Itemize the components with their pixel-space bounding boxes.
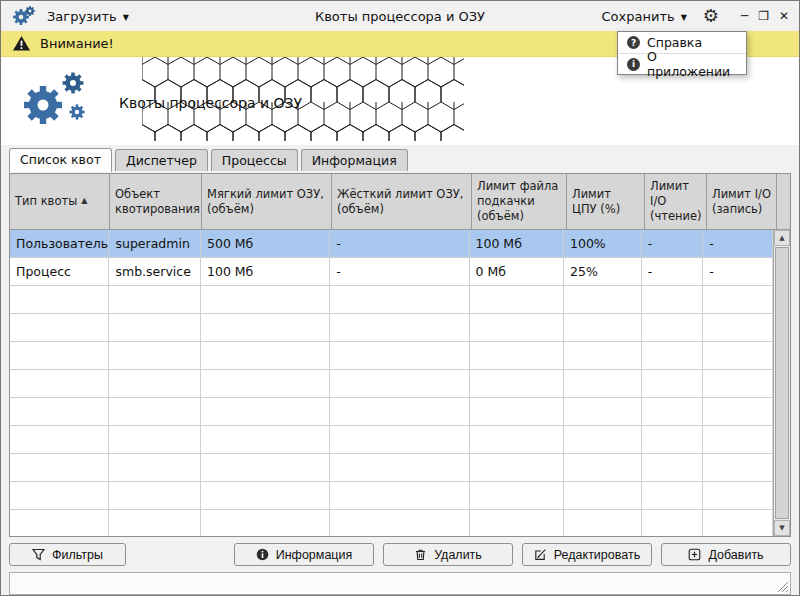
table-cell	[201, 426, 330, 454]
resize-grip[interactable]	[776, 580, 789, 593]
table-cell	[330, 426, 469, 454]
table-cell: 100 Мб	[201, 258, 330, 286]
table-cell	[642, 398, 704, 426]
table-cell	[703, 482, 773, 510]
table-cell	[330, 398, 469, 426]
table-cell	[10, 398, 109, 426]
table-cell	[470, 398, 565, 426]
load-button[interactable]: Загрузить ▼	[47, 9, 129, 24]
table-cell: smb.service	[109, 258, 201, 286]
table-cell	[564, 370, 642, 398]
table-cell	[470, 342, 565, 370]
vertical-scrollbar[interactable]: ▲ ▼	[773, 230, 790, 536]
window-controls: ─ ❐ ✕	[741, 9, 789, 23]
table-cell	[564, 482, 642, 510]
table-cell	[109, 370, 201, 398]
table-cell	[642, 286, 704, 314]
table-cell	[201, 454, 330, 482]
save-button-label: Сохранить	[602, 9, 675, 24]
column-header[interactable]: Жёсткий лимит ОЗУ, (объём)	[332, 174, 472, 230]
close-button[interactable]: ✕	[779, 9, 789, 23]
column-header[interactable]: Объект квотирования	[110, 174, 202, 230]
table-cell	[10, 426, 109, 454]
table-cell	[10, 286, 109, 314]
scroll-down-button[interactable]: ▼	[774, 520, 790, 536]
column-header[interactable]: Мягкий лимит ОЗУ, (объём)	[202, 174, 332, 230]
edit-button[interactable]: Редактировать	[522, 543, 652, 566]
filter-funnel-icon	[32, 548, 45, 561]
table-cell	[470, 426, 565, 454]
table-cell	[10, 510, 109, 536]
table-cell	[703, 426, 773, 454]
table-cell: -	[642, 258, 704, 286]
sort-asc-icon: ▲	[81, 196, 87, 206]
save-button[interactable]: Сохранить ▼	[602, 9, 687, 24]
tab-quota-list[interactable]: Список квот	[9, 148, 112, 172]
tab-strip: Список квот Диспетчер Процессы Информаци…	[1, 145, 799, 171]
table-body: Пользовательsuperadmin500 Мб-100 Мб100%-…	[10, 230, 773, 536]
table-cell	[642, 482, 704, 510]
tab-processes[interactable]: Процессы	[211, 149, 298, 171]
chevron-down-icon: ▼	[123, 13, 129, 22]
maximize-button[interactable]: ❐	[758, 9, 769, 23]
table-cell	[109, 342, 201, 370]
table-row-empty	[10, 398, 773, 426]
column-header[interactable]: Лимит I/O (запись)	[707, 174, 777, 230]
information-button[interactable]: Информация	[234, 543, 374, 566]
table-cell	[470, 314, 565, 342]
table-cell	[642, 426, 704, 454]
table-cell	[642, 510, 704, 536]
table-cell	[201, 510, 330, 536]
table-cell	[330, 454, 469, 482]
column-header[interactable]: Лимит ЦПУ (%)	[567, 174, 645, 230]
info-circle-icon: i	[627, 58, 640, 71]
table-cell	[10, 482, 109, 510]
table-cell	[201, 314, 330, 342]
titlebar: Загрузить ▼ Квоты процессора и ОЗУ Сохра…	[1, 1, 799, 31]
table-cell: 0 Мб	[470, 258, 565, 286]
table-row-empty	[10, 314, 773, 342]
table-cell	[564, 314, 642, 342]
table-cell	[470, 286, 565, 314]
table-row-empty	[10, 342, 773, 370]
table-cell: superadmin	[109, 230, 201, 258]
info-circle-icon	[256, 548, 269, 561]
menu-item-about[interactable]: i О приложении	[618, 53, 746, 74]
tab-information[interactable]: Информация	[301, 149, 408, 171]
table-cell	[10, 342, 109, 370]
quota-table: Тип квоты▲Объект квотированияМягкий лими…	[9, 173, 791, 537]
scrollbar-thumb[interactable]	[775, 247, 789, 519]
add-button[interactable]: Добавить	[661, 543, 791, 566]
table-cell: Пользователь	[10, 230, 109, 258]
settings-gear-icon[interactable]: ⚙	[703, 7, 719, 25]
column-header[interactable]: Лимит файла подкачки (объём)	[472, 174, 567, 230]
column-header[interactable]: Лимит I/O (чтение)	[645, 174, 707, 230]
table-cell	[10, 314, 109, 342]
table-cell	[330, 342, 469, 370]
table-cell	[470, 510, 565, 536]
table-cell: -	[703, 258, 773, 286]
table-cell	[109, 286, 201, 314]
table-cell	[703, 286, 773, 314]
table-cell	[109, 426, 201, 454]
minimize-button[interactable]: ─	[741, 9, 748, 23]
scroll-up-button[interactable]: ▲	[774, 230, 790, 246]
table-row[interactable]: Процессsmb.service100 Мб-0 Мб25%--	[10, 258, 773, 286]
tab-dispatcher[interactable]: Диспетчер	[115, 149, 208, 171]
chevron-down-icon: ▼	[681, 13, 687, 22]
table-cell: Процесс	[10, 258, 109, 286]
delete-button[interactable]: Удалить	[383, 543, 513, 566]
table-row-empty	[10, 482, 773, 510]
table-cell: -	[330, 230, 469, 258]
table-row[interactable]: Пользовательsuperadmin500 Мб-100 Мб100%-…	[10, 230, 773, 258]
filters-button[interactable]: Фильтры	[9, 543, 126, 566]
column-header[interactable]: Тип квоты▲	[10, 174, 110, 230]
edit-pencil-icon	[534, 548, 547, 561]
table-cell	[703, 314, 773, 342]
table-cell	[201, 398, 330, 426]
table-row-empty	[10, 510, 773, 536]
app-title: Квоты процессора и ОЗУ	[119, 95, 302, 111]
table-cell	[703, 342, 773, 370]
table-cell	[330, 510, 469, 536]
table-cell	[201, 342, 330, 370]
